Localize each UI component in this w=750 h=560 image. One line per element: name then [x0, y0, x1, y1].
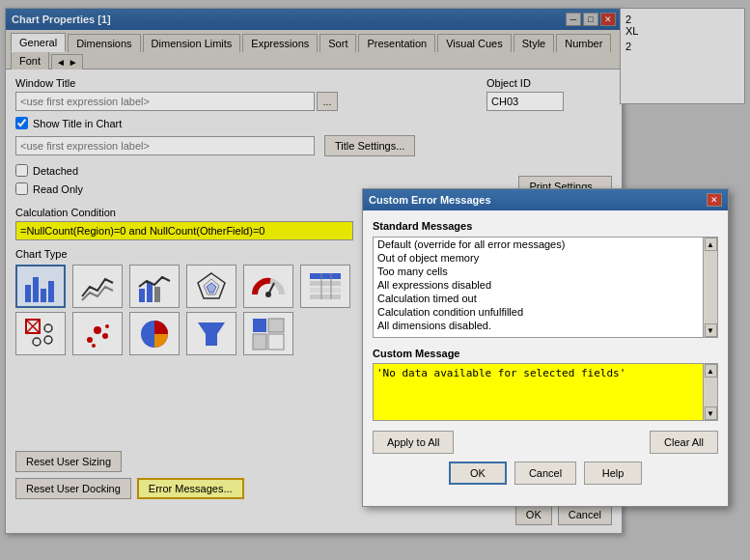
list-scrollbar[interactable]: ▲ ▼ — [703, 238, 717, 337]
apply-clear-row: Apply to All Clear All — [373, 431, 718, 454]
dialog-overlay: Custom Error Messages ✕ Standard Message… — [0, 0, 750, 560]
list-item-oom[interactable]: Out of object memory — [374, 251, 703, 265]
list-item-calc-condition[interactable]: Calculation condition unfulfilled — [374, 305, 703, 319]
dialog-close-button[interactable]: ✕ — [707, 193, 722, 207]
list-item-default[interactable]: Default (override for all error messages… — [374, 238, 703, 251]
custom-message-label: Custom Message — [373, 348, 718, 359]
standard-messages-list[interactable]: Default (override for all error messages… — [373, 237, 718, 338]
list-items-area: Default (override for all error messages… — [374, 238, 703, 337]
custom-message-scrollbar[interactable]: ▲ ▼ — [703, 364, 717, 420]
dialog-title-text: Custom Error Messages — [369, 194, 491, 206]
list-item-all-dimensions[interactable]: All dimensions disabled. — [374, 319, 703, 332]
custom-message-area: 'No data available for selected fields' … — [373, 363, 718, 421]
list-item-all-expressions[interactable]: All expressions disabled — [374, 278, 703, 292]
dialog-title-bar: Custom Error Messages ✕ — [363, 189, 728, 210]
dialog-cancel-button[interactable]: Cancel — [514, 462, 576, 485]
list-item-too-many-cells[interactable]: Too many cells — [374, 265, 703, 278]
dialog-ok-row: OK Cancel Help — [373, 462, 718, 485]
standard-messages-label: Standard Messages — [373, 220, 718, 232]
list-item-calc-timeout[interactable]: Calculation timed out — [374, 292, 703, 305]
custom-error-dialog: Custom Error Messages ✕ Standard Message… — [362, 188, 729, 507]
apply-to-all-button[interactable]: Apply to All — [373, 431, 454, 454]
dialog-title-controls: ✕ — [707, 193, 722, 207]
custom-message-input[interactable]: 'No data available for selected fields' — [374, 364, 703, 420]
dialog-ok-button[interactable]: OK — [449, 462, 507, 485]
dialog-help-button[interactable]: Help — [584, 462, 642, 485]
dialog-content: Standard Messages Default (override for … — [363, 210, 728, 494]
clear-all-button[interactable]: Clear All — [650, 431, 718, 454]
